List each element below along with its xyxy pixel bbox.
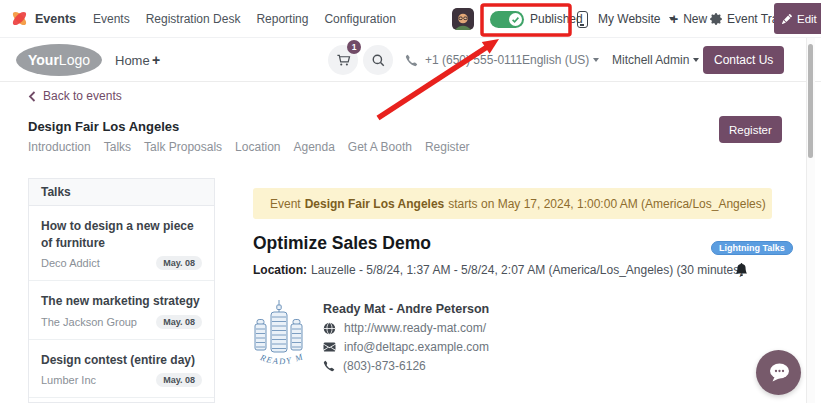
tab-introduction[interactable]: Introduction [28,140,91,154]
company-phone-row: (803)-873-6126 [323,359,426,373]
my-website-dropdown[interactable]: My Website [598,0,675,38]
new-button[interactable]: + New [670,0,707,38]
site-logo-your: Your [28,52,59,68]
mobile-preview-icon[interactable] [577,11,588,28]
company-logo: READY MAT [252,298,310,378]
talk-item-speaker: Deco Addict [41,257,100,269]
company-website-row: http://www.ready-mat.com/ [323,321,486,335]
edit-button[interactable]: Edit [774,3,821,34]
phone-icon [405,54,418,67]
user-name: Mitchell Admin [612,53,689,67]
app-name: Events [35,12,76,26]
talk-list-item[interactable]: The new marketing strategy The Jackson G… [29,281,214,340]
cart-icon [336,53,351,68]
location-value: Lauzelle - 5/8/24, 1:37 AM - 5/8/24, 2:0… [311,263,743,277]
talk-list-item[interactable]: Advanced reporting [29,398,214,403]
talk-tag-badge: Lightning Talks [711,241,793,255]
chevron-down-icon [593,58,599,62]
cart-count-badge: 1 [347,40,361,54]
header-phone-link[interactable]: +1 (650) 555-0111 [405,38,522,82]
envelope-icon [323,341,336,353]
back-to-events-link[interactable]: Back to events [28,89,122,103]
backend-topbar: Events Events Registration Desk Reportin… [0,0,821,38]
talk-item-title: Design contest (entire day) [41,352,202,369]
talks-sidebar: Talks How to design a new piece of furni… [28,178,215,403]
site-logo-logo: Logo [59,52,90,68]
publish-toggle-group[interactable]: Published [490,0,583,38]
event-start-alert: Event Design Fair Los Angeles starts on … [253,188,772,219]
talk-list-item[interactable]: Design contest (entire day) Lumber Inc M… [29,340,214,399]
company-phone-link[interactable]: (803)-873-6126 [343,359,426,373]
back-chevron-icon [28,91,36,102]
tab-get-a-booth[interactable]: Get A Booth [348,140,412,154]
company-email-link[interactable]: info@deltapc.example.com [344,340,489,354]
talk-location-line: Location:Lauzelle - 5/8/24, 1:37 AM - 5/… [253,263,743,277]
published-toggle[interactable] [490,11,524,28]
my-website-label: My Website [598,12,660,26]
user-dropdown[interactable]: Mitchell Admin [612,38,699,82]
language-label: English (US) [522,53,589,67]
odoo-logo-icon [11,10,28,27]
new-label: New [683,12,707,26]
nav-home[interactable]: Home [115,38,150,82]
back-to-events-label: Back to events [43,89,122,103]
tab-register[interactable]: Register [425,140,470,154]
location-label: Location: [253,263,307,277]
talk-item-date-badge: May. 08 [156,373,202,387]
bell-icon [735,263,748,276]
page: Events Events Registration Desk Reportin… [0,0,821,403]
search-button[interactable] [363,45,393,75]
plus-icon: + [670,12,678,26]
sidebar-title: Talks [29,179,214,206]
edit-label: Edit [797,13,817,25]
language-dropdown[interactable]: English (US) [522,38,599,82]
menu-events[interactable]: Events [93,12,130,26]
phone-icon [323,360,335,372]
company-name: Ready Mat - Andre Peterson [323,302,489,316]
menu-configuration[interactable]: Configuration [324,12,395,26]
event-title: Design Fair Los Angeles [28,119,179,134]
publish-label: Published [530,12,583,26]
alert-prefix: Event [270,197,301,211]
alert-event-name: Design Fair Los Angeles [305,197,445,211]
tab-talk-proposals[interactable]: Talk Proposals [144,140,222,154]
register-button[interactable]: Register [719,116,782,143]
reminder-bell-button[interactable] [735,262,748,280]
talk-item-date-badge: May. 08 [156,315,202,329]
avatar[interactable] [452,8,474,30]
tab-talks[interactable]: Talks [104,140,131,154]
pencil-icon [782,14,792,24]
search-icon [371,53,386,68]
menu-reporting[interactable]: Reporting [256,12,308,26]
globe-icon [323,322,336,335]
talk-item-title: The new marketing strategy [41,293,202,310]
scrollbar-thumb[interactable] [808,44,813,158]
livechat-button[interactable] [756,350,801,395]
avatar-icon [452,8,474,30]
site-logo[interactable]: YourLogo [16,44,102,76]
gear-icon [710,13,722,25]
menu-registration-desk[interactable]: Registration Desk [146,12,241,26]
company-website-link[interactable]: http://www.ready-mat.com/ [344,321,486,335]
chevron-down-icon [693,58,699,62]
talk-item-title: How to design a new piece of furniture [41,218,202,251]
nav-add-page[interactable]: + [152,38,160,82]
talk-page-title: Optimize Sales Demo [253,233,431,254]
talk-list-item[interactable]: How to design a new piece of furniture D… [29,206,214,281]
talk-item-date-badge: May. 08 [156,256,202,270]
site-header: YourLogo Home + 1 +1 (650) 555-0111 [0,38,821,82]
talk-item-speaker: The Jackson Group [41,316,137,328]
talk-item-speaker: Lumber Inc [41,374,96,386]
tab-location[interactable]: Location [235,140,280,154]
event-nav: Introduction Talks Talk Proposals Locati… [28,140,470,154]
alert-suffix: starts on May 17, 2024, 1:00:00 AM (Amer… [448,197,766,211]
check-icon [509,13,522,26]
tab-agenda[interactable]: Agenda [293,140,334,154]
contact-us-button[interactable]: Contact Us [703,46,784,74]
company-email-row: info@deltapc.example.com [323,340,489,354]
header-phone-number: +1 (650) 555-0111 [425,53,522,67]
chat-bubble-icon [767,362,791,384]
